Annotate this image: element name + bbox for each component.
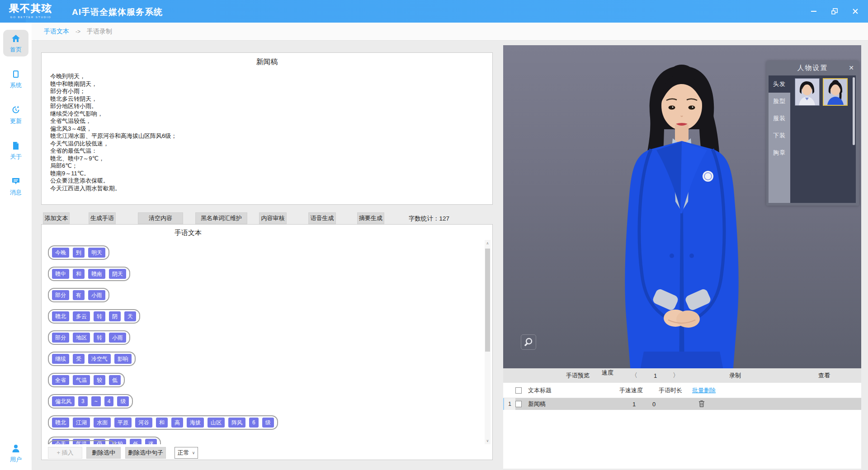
sign-word-chip[interactable]: 低 [109, 375, 121, 385]
scroll-up-icon[interactable]: ∧ [485, 240, 491, 247]
clear-content-button[interactable]: 清空内容 [138, 212, 183, 224]
character-tab-bottoms[interactable]: 下装 [769, 127, 790, 144]
sign-word-chip[interactable]: 转 [94, 333, 105, 343]
delete-selected-sentence-button[interactable]: 删除选中句子 [125, 447, 166, 459]
sign-word-chip[interactable]: 多云 [73, 311, 90, 321]
sign-word-chip[interactable]: 赣北 [52, 418, 69, 428]
sign-word-chip[interactable]: 级 [117, 396, 129, 406]
sign-word-chip[interactable]: 继续 [52, 354, 69, 364]
hair-thumbnail-1[interactable] [795, 78, 820, 106]
sign-word-chip[interactable]: 冷空气 [88, 354, 111, 364]
sign-word-chip[interactable]: 级 [262, 418, 274, 428]
voice-generate-button[interactable]: 语音生成 [308, 212, 336, 224]
trash-icon[interactable] [698, 400, 705, 407]
sign-word-chip[interactable]: 山区 [208, 418, 225, 428]
avatar-viewport[interactable]: 人物设置 ✕ 头发脸型服装下装胸章 [503, 45, 861, 368]
sign-word-chip[interactable]: 江湖 [73, 418, 90, 428]
add-text-button[interactable]: 添加文本 [43, 212, 70, 224]
row-checkbox[interactable] [515, 401, 522, 407]
character-tab-hair[interactable]: 头发 [769, 75, 790, 93]
sign-word-group-9: 赣北江湖水面平原河谷和高海拔山区阵风6级 [48, 415, 278, 430]
word-count-label: 字数统计： [409, 215, 439, 222]
scrollbar-thumb[interactable] [485, 249, 490, 352]
sign-word-chip[interactable]: 阴 [109, 311, 121, 321]
sign-word-chip[interactable]: 小雨 [109, 333, 126, 343]
sign-word-chip[interactable]: 部分 [52, 290, 69, 300]
sign-word-chip[interactable]: 高 [171, 418, 183, 428]
sidebar-item-home[interactable]: 首页 [3, 30, 28, 56]
sign-word-chip[interactable]: 3 [78, 396, 88, 406]
sign-word-chip[interactable]: 赣北 [52, 311, 69, 321]
sign-word-chip[interactable]: 较 [94, 375, 105, 385]
sign-word-chip[interactable]: 小雨 [88, 290, 105, 300]
sign-word-chip[interactable]: 到 [73, 248, 85, 258]
sign-word-chip[interactable]: 4 [104, 396, 114, 406]
sidebar-item-user[interactable]: 用户 [3, 441, 28, 466]
sign-word-chip[interactable]: 和 [156, 418, 168, 428]
speed-increase-icon[interactable]: 〉 [673, 368, 679, 383]
character-settings-title: 人物设置 [766, 61, 859, 75]
hair-thumbnail-2-selected[interactable] [823, 78, 848, 106]
sign-word-chip[interactable]: 平原 [114, 418, 132, 428]
content-review-button[interactable]: 内容审核 [259, 212, 287, 224]
restore-icon[interactable] [830, 7, 839, 16]
character-settings-panel: 人物设置 ✕ 头发脸型服装下装胸章 [766, 61, 859, 206]
sign-word-chip[interactable]: 气温 [73, 375, 90, 385]
sign-word-chip[interactable]: 受 [73, 354, 85, 364]
sidebar-item-label: 系统 [3, 81, 28, 89]
sign-word-chip[interactable]: 影响 [114, 354, 132, 364]
sign-word-chip[interactable]: 和 [73, 269, 85, 279]
record-button[interactable]: 录制 [729, 368, 741, 383]
batch-delete-link[interactable]: 批量删除 [692, 387, 716, 394]
sign-word-chip[interactable]: 阴天 [109, 269, 126, 279]
sidebar-item-about[interactable]: 关于 [3, 137, 28, 164]
scroll-down-icon[interactable]: ∨ [485, 437, 491, 444]
sign-preview-button[interactable]: 手语预览 [566, 368, 590, 383]
sign-word-chip[interactable]: 水面 [94, 418, 111, 428]
sidebar-item-system[interactable]: 系统 [3, 66, 28, 92]
sign-word-chip[interactable]: 河谷 [135, 418, 152, 428]
character-tab-badge[interactable]: 胸章 [769, 144, 790, 161]
zoom-magnifier-icon[interactable] [521, 334, 536, 350]
sidebar-item-update[interactable]: 更新 [3, 101, 28, 128]
sign-word-chip[interactable]: 赣南 [88, 269, 105, 279]
sign-word-chip[interactable]: 偏北风 [52, 396, 75, 406]
summary-generate-button[interactable]: 摘要生成 [357, 212, 384, 224]
sign-word-chip[interactable]: 赣中 [52, 269, 69, 279]
update-icon [3, 105, 28, 115]
sign-panel-scrollbar[interactable]: ∧ ∨ [485, 240, 491, 444]
breadcrumb-sign-text[interactable]: 手语文本 [44, 28, 69, 36]
sign-word-chip[interactable]: 全省 [52, 375, 69, 385]
sign-word-chip[interactable]: 部分 [52, 333, 69, 343]
generate-sign-button[interactable]: 生成手语 [89, 212, 116, 224]
news-draft-textarea[interactable]: 今晚到明天， 赣中和赣南阴天， 部分有小雨； 赣北多云转阴天， 部分地区转小雨。… [50, 73, 483, 192]
sidebar-item-message[interactable]: 消息 [3, 173, 28, 199]
sign-word-group-3: 部分有小雨 [48, 288, 109, 302]
sign-word-chip[interactable]: 阵风 [228, 418, 245, 428]
speed-decrease-icon[interactable]: 〈 [631, 368, 637, 383]
sign-word-chip[interactable]: 转 [94, 311, 105, 321]
sign-word-chip[interactable]: 有 [73, 290, 85, 300]
chevron-down-icon: ∨ [192, 451, 195, 455]
character-tab-face[interactable]: 脸型 [769, 93, 790, 110]
delete-selected-button[interactable]: 删除选中 [86, 447, 121, 459]
sign-word-chip[interactable]: 地区 [73, 333, 90, 343]
minimize-icon[interactable] [809, 7, 818, 16]
sign-word-chip[interactable]: 今晚 [52, 248, 69, 258]
table-row[interactable]: 1新闻稿10 [503, 398, 861, 410]
sign-word-chip[interactable]: 海拔 [187, 418, 204, 428]
sign-word-chip[interactable]: 明天 [88, 248, 105, 258]
blacklist-maint-button[interactable]: 黑名单词汇维护 [195, 212, 247, 224]
close-icon[interactable] [851, 7, 860, 16]
sign-word-chip[interactable]: 6 [249, 418, 259, 428]
select-all-checkbox[interactable] [515, 387, 522, 394]
sign-word-chip[interactable]: ~ [91, 396, 101, 406]
insert-button[interactable]: + 插入 [48, 447, 82, 459]
speed-mode-select[interactable]: 正常 ∨ [175, 447, 198, 459]
character-tab-outfit[interactable]: 服装 [769, 110, 790, 127]
character-panel-scrollbar[interactable] [853, 77, 855, 145]
sign-word-chip[interactable]: 天 [124, 311, 136, 321]
avatar-figure [600, 62, 763, 368]
panel-close-icon[interactable]: ✕ [847, 64, 855, 72]
view-button[interactable]: 查看 [818, 368, 830, 383]
